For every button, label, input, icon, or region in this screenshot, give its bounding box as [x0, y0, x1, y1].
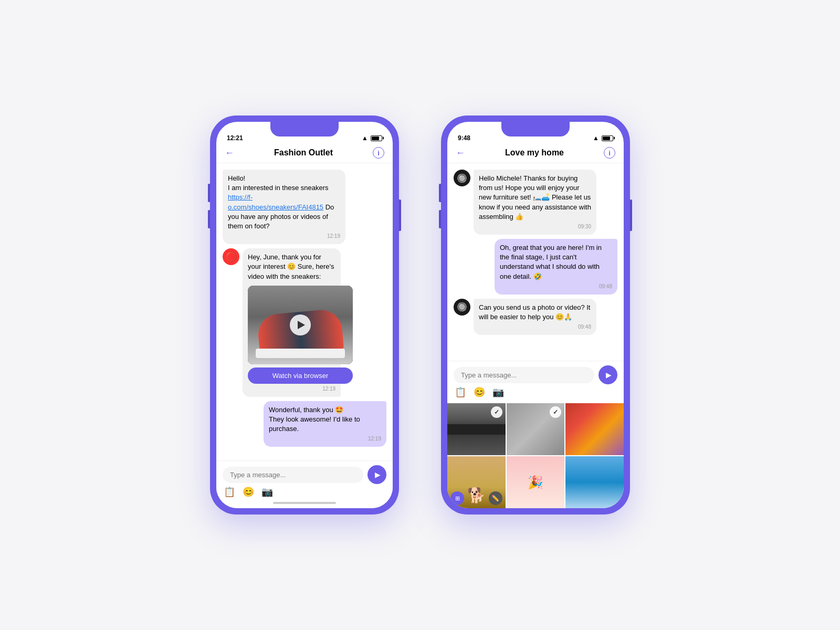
timestamp-p2-2: 09:48: [500, 283, 612, 290]
photo-cell-1[interactable]: ✓: [447, 403, 506, 455]
notch-2: [501, 122, 570, 136]
photo-cell-3[interactable]: [565, 403, 624, 455]
send-button-2[interactable]: ▶: [598, 365, 617, 384]
chat-header-1: ← Fashion Outlet i: [216, 144, 393, 163]
wifi-icon-2: ▲: [593, 134, 599, 142]
emoji-icon-2[interactable]: 😊: [474, 386, 485, 398]
phone-2-screen: 9:48 ▲ ← Love my home i 🔘 Hello Michele!…: [447, 122, 624, 508]
bubble-sent-1: Wonderful, thank you 🤩They look awesome!…: [264, 401, 386, 447]
input-bar-1: ▶ 📋 😊 📷: [216, 460, 393, 508]
battery-fill: [372, 136, 379, 140]
phone-2: 9:48 ▲ ← Love my home i 🔘 Hello Michele!…: [441, 116, 630, 514]
check-badge-1: ✓: [491, 406, 502, 418]
message-row-3: Wonderful, thank you 🤩They look awesome!…: [223, 401, 386, 447]
chat-title-2: Love my home: [505, 148, 564, 158]
phone2-volume-down[interactable]: [439, 210, 441, 228]
battery-icon-2: [602, 135, 613, 141]
battery-fill-2: [603, 136, 610, 140]
photo-grid: ✓ ✓ ✏️ ⊞: [447, 403, 624, 508]
volume-up-button[interactable]: [208, 184, 210, 202]
sea-image: [565, 456, 624, 508]
home-indicator-1: [273, 502, 336, 504]
message-input-2[interactable]: [454, 367, 594, 383]
back-button-1[interactable]: ←: [225, 148, 234, 159]
timestamp-2: 12:19: [248, 385, 335, 393]
messages-list-2: 🔘 Hello Michele! Thanks for buying from …: [447, 163, 624, 361]
bubble-received-p2-2: Can you send us a photo or video? It wil…: [474, 299, 596, 335]
person-image: [507, 456, 565, 508]
time-display-2: 9:48: [458, 134, 470, 142]
timestamp-p2-1: 09:30: [479, 223, 591, 230]
camera-icon-1[interactable]: 📷: [261, 486, 273, 498]
wifi-icon: ▲: [362, 134, 368, 142]
toolbar-icons-1: 📋 😊 📷: [223, 484, 386, 500]
attachment-icon-2[interactable]: 📋: [455, 386, 466, 398]
send-button-1[interactable]: ▶: [368, 465, 386, 484]
message-row-p2-2: Oh, great that you are here! I'm in the …: [454, 239, 617, 295]
message-row-p2-1: 🔘 Hello Michele! Thanks for buying from …: [454, 170, 617, 235]
message-row-2: ⭕ Hey, June, thank you for your interest…: [223, 248, 386, 397]
grid-button[interactable]: ⊞: [450, 491, 464, 505]
input-row-2: ▶: [454, 365, 617, 384]
timestamp-3: 12:19: [269, 435, 381, 443]
back-button-2[interactable]: ←: [456, 148, 465, 159]
emoji-icon-1[interactable]: 😊: [243, 486, 254, 498]
bubble-received-1: Hello!I am interested in these sneakers …: [223, 170, 345, 244]
message-row-p2-3: 🔘 Can you send us a photo or video? It w…: [454, 299, 617, 335]
bubble-sent-p2-1: Oh, great that you are here! I'm in the …: [495, 239, 617, 295]
info-button-1[interactable]: i: [373, 147, 384, 159]
send-icon-1: ▶: [375, 470, 381, 479]
phone2-volume-up[interactable]: [439, 184, 441, 202]
bubble-text-3: Wonderful, thank you 🤩They look awesome!…: [269, 406, 360, 433]
bubble-text-1a: Hello!I am interested in these sneakers: [228, 174, 329, 192]
phone-1: 12:21 ▲ ← Fashion Outlet i Hello!I am in…: [210, 116, 399, 514]
link-1[interactable]: https://f-o.com/shoes/sneakers/FAI4815: [228, 193, 323, 211]
toolbar-icons-2: 📋 😊 📷: [454, 384, 617, 400]
input-row-1: ▶: [223, 465, 386, 484]
status-icons-1: ▲: [362, 134, 382, 142]
play-triangle-icon: [298, 321, 305, 329]
photo-cell-6[interactable]: [565, 456, 624, 508]
watch-via-browser-button[interactable]: Watch via browser: [248, 368, 353, 384]
video-container[interactable]: [248, 286, 353, 364]
bubble-text-p2-1: Hello Michele! Thanks for buying from us…: [479, 174, 591, 220]
photo-cell-4[interactable]: ✏️ ⊞: [447, 456, 506, 508]
timestamp-p2-3: 09:48: [479, 323, 591, 331]
video-bubble: Hey, June, thank you for your interest 😊…: [243, 248, 374, 397]
bubble-text-2: Hey, June, thank you for your interest 😊…: [248, 253, 334, 280]
avatar-opera: ⭕: [223, 248, 239, 265]
phone-1-screen: 12:21 ▲ ← Fashion Outlet i Hello!I am in…: [216, 122, 393, 508]
status-icons-2: ▲: [593, 134, 613, 142]
bubble-received-2: Hey, June, thank you for your interest 😊…: [243, 248, 341, 397]
photo-cell-2[interactable]: ✓: [507, 403, 565, 455]
send-icon-2: ▶: [606, 371, 612, 379]
power-button[interactable]: [399, 200, 401, 231]
chat-header-2: ← Love my home i: [447, 144, 624, 163]
chat-title-1: Fashion Outlet: [274, 148, 333, 158]
timestamp-1: 12:19: [228, 233, 340, 240]
volume-down-button[interactable]: [208, 210, 210, 228]
bubble-text-p2-3: Can you send us a photo or video? It wil…: [479, 303, 590, 321]
bubble-received-p2-1: Hello Michele! Thanks for buying from us…: [474, 170, 596, 235]
time-display-1: 12:21: [227, 134, 243, 142]
message-input-1[interactable]: [223, 467, 363, 483]
avatar-agent-1: 🔘: [454, 170, 470, 186]
message-row-1: Hello!I am interested in these sneakers …: [223, 170, 386, 244]
edit-badge[interactable]: ✏️: [489, 491, 502, 505]
play-button[interactable]: [290, 314, 311, 335]
photo-cell-5[interactable]: [507, 456, 565, 508]
attachment-icon-1[interactable]: 📋: [224, 486, 235, 498]
phone2-power[interactable]: [630, 200, 632, 231]
bubble-text-p2-2: Oh, great that you are here! I'm in the …: [500, 244, 602, 280]
battery-icon: [371, 135, 382, 141]
input-bar-2: ▶ 📋 😊 📷: [447, 361, 624, 403]
camera-icon-2[interactable]: 📷: [492, 386, 504, 398]
info-button-2[interactable]: i: [604, 147, 615, 159]
notch: [270, 122, 339, 136]
avatar-agent-2: 🔘: [454, 299, 470, 316]
messages-list-1: Hello!I am interested in these sneakers …: [216, 163, 393, 460]
